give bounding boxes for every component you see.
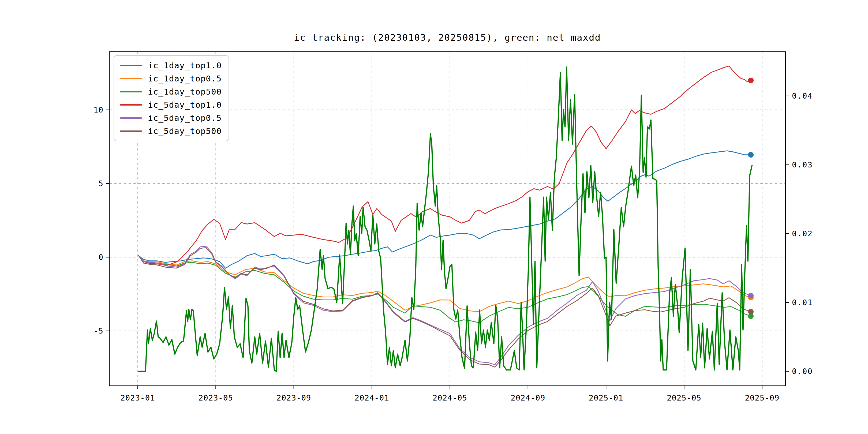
x-tick-label: 2023-09 — [277, 393, 311, 402]
legend-item-ic_5day_top0.5: ic_5day_top0.5 — [120, 113, 222, 123]
end-dot-ic_5day_top1.0 — [748, 78, 754, 83]
legend-item-label: ic_1day_top0.5 — [148, 74, 222, 83]
y-left-tick-label: -5 — [93, 326, 103, 335]
legend-item-label: ic_5day_top500 — [148, 126, 222, 136]
legend-swatch-ic_5day_top0.5 — [120, 117, 142, 119]
x-tick-label: 2025-01 — [589, 393, 623, 402]
legend-item-label: ic_1day_top500 — [148, 87, 222, 96]
y-right-tick-label: 0.00 — [792, 367, 813, 376]
x-tick-label: 2025-05 — [667, 393, 701, 402]
legend-swatch-ic_5day_top500 — [120, 130, 142, 132]
x-tick-label: 2024-05 — [433, 393, 467, 402]
legend-item-ic_1day_top1.0: ic_1day_top1.0 — [120, 61, 222, 70]
legend-item-ic_1day_top0.5: ic_1day_top0.5 — [120, 74, 222, 83]
legend-item-label: ic_1day_top1.0 — [148, 61, 222, 70]
y-right-tick-label: 0.02 — [792, 229, 813, 238]
end-dot-ic_5day_top0.5 — [748, 293, 754, 299]
end-dot-ic_1day_top1.0 — [748, 152, 754, 157]
legend-swatch-ic_1day_top500 — [120, 91, 142, 92]
legend-item-ic_1day_top500: ic_1day_top500 — [120, 87, 222, 96]
legend-swatch-ic_5day_top1.0 — [120, 104, 142, 105]
y-right-tick-label: 0.01 — [792, 298, 813, 307]
y-right-tick-label: 0.04 — [792, 91, 813, 100]
end-dot-ic_5day_top500 — [748, 309, 754, 314]
y-left-tick-label: 0 — [99, 253, 103, 262]
legend-item-label: ic_5day_top1.0 — [148, 100, 222, 110]
legend-item-ic_5day_top500: ic_5day_top500 — [120, 126, 222, 136]
legend-item-ic_5day_top1.0: ic_5day_top1.0 — [120, 100, 222, 110]
x-tick-label: 2024-01 — [354, 393, 389, 402]
x-tick-label: 2025-09 — [745, 393, 779, 402]
y-right-tick-label: 0.03 — [792, 160, 813, 169]
x-tick-label: 2023-05 — [198, 393, 233, 402]
legend-swatch-ic_1day_top1.0 — [120, 65, 142, 66]
legend-item-label: ic_5day_top0.5 — [148, 113, 222, 123]
chart-title: ic tracking: (20230103, 20250815), green… — [294, 32, 601, 43]
y-left-tick-label: 5 — [99, 179, 103, 188]
y-left-tick-label: 10 — [93, 105, 103, 114]
x-tick-label: 2023-01 — [120, 393, 155, 402]
x-tick-label: 2024-09 — [510, 393, 545, 402]
matplotlib-figure: ic tracking: (20230103, 20250815), green… — [0, 0, 868, 434]
legend: ic_1day_top1.0ic_1day_top0.5ic_1day_top5… — [114, 55, 229, 141]
legend-swatch-ic_1day_top0.5 — [120, 78, 142, 79]
